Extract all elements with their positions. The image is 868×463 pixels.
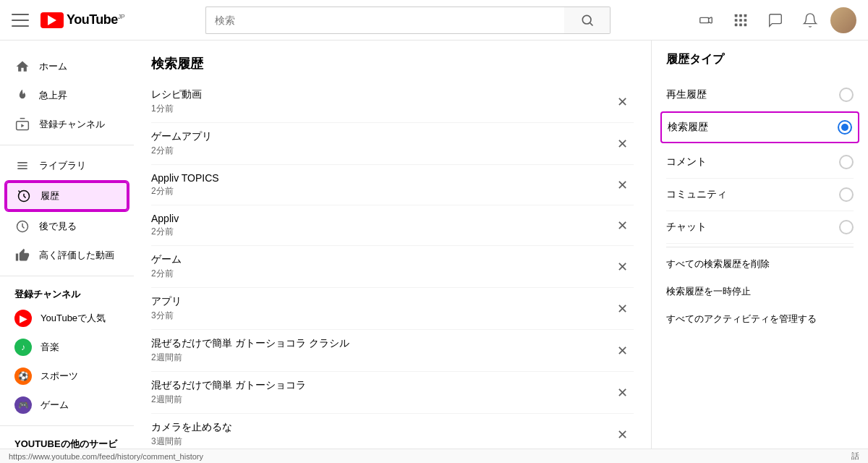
svg-rect-10 (744, 23, 747, 26)
radio-options-list: 再生履歴 検索履歴 コメント コミュニティ チャット (666, 79, 854, 244)
radio-option-comment[interactable]: コメント (666, 146, 854, 179)
history-item-time: 3週間前 (151, 436, 232, 448)
sidebar-item-subscriptions[interactable]: 登録チャンネル (0, 110, 134, 139)
history-item-close-button[interactable]: ✕ (610, 423, 634, 446)
clock-icon (14, 218, 30, 234)
radio-option-watch[interactable]: 再生履歴 (666, 79, 854, 111)
history-item-close-button[interactable]: ✕ (610, 214, 634, 237)
section-title: 検索履歴 (151, 41, 634, 81)
history-item: レシピ動画 1分前 ✕ (151, 81, 634, 123)
sports-icon: ⚽ (14, 368, 32, 385)
header-right (692, 6, 856, 35)
thumbs-up-icon (14, 247, 30, 263)
sidebar-item-watchlater[interactable]: 後で見る (0, 212, 134, 241)
history-item: ゲーム 2分前 ✕ (151, 246, 634, 288)
history-item-close-button[interactable]: ✕ (610, 132, 634, 156)
sidebar-item-trending[interactable]: 急上昇 (0, 81, 134, 110)
svg-rect-9 (739, 23, 742, 26)
history-item: 混ぜるだけで簡単 ガトーショコラ 2週間前 ✕ (151, 372, 634, 414)
logo[interactable]: YouTubeJP (41, 12, 124, 28)
sidebar-item-youtube-popular[interactable]: ▶ YouTubeで人気 (0, 304, 134, 333)
home-icon (14, 59, 30, 75)
radio-label-community: コミュニティ (666, 188, 727, 201)
sidebar-item-sports[interactable]: ⚽ スポーツ (0, 362, 134, 391)
chat-icon[interactable] (761, 6, 790, 35)
video-camera-icon[interactable] (692, 6, 720, 35)
history-item-time: 2分前 (151, 268, 182, 280)
radio-label-watch: 再生履歴 (666, 88, 707, 101)
sidebar-item-music[interactable]: ♪ 音楽 (0, 333, 134, 362)
svg-point-0 (582, 15, 591, 24)
youtube-logo-icon (41, 12, 64, 28)
history-item-time: 1分前 (151, 103, 202, 115)
history-item-title: レシピ動画 (151, 88, 202, 101)
sidebar-label-sports: スポーツ (41, 370, 78, 383)
search-input[interactable] (205, 7, 564, 34)
history-item-title: Appliv TOPICS (151, 172, 219, 184)
avatar[interactable] (830, 7, 856, 33)
youtube-popular-icon: ▶ (14, 310, 32, 327)
sidebar-label-subscriptions: 登録チャンネル (39, 118, 105, 131)
radio-option-search[interactable]: 検索履歴 (660, 111, 859, 143)
history-item-title: ゲームアプリ (151, 130, 212, 143)
history-item-close-button[interactable]: ✕ (610, 339, 634, 362)
svg-rect-3 (739, 14, 742, 17)
history-item-title: Appliv (151, 213, 179, 224)
sidebar-label-history: 履歴 (41, 190, 59, 203)
header: YouTubeJP (0, 0, 868, 41)
panel-actions: すべての検索履歴を削除検索履歴を一時停止すべてのアクティビティを管理する (666, 250, 854, 333)
flame-icon (14, 88, 30, 103)
sidebar-item-history[interactable]: 履歴 (6, 182, 128, 211)
radio-option-community[interactable]: コミュニティ (666, 179, 854, 211)
history-item-close-button[interactable]: ✕ (610, 297, 634, 320)
history-item-time: 2週間前 (151, 394, 306, 406)
radio-label-chat: チャット (666, 221, 707, 234)
sidebar-item-library[interactable]: ライブラリ (0, 151, 134, 180)
history-item-title: アプリ (151, 295, 182, 308)
radio-circle-comment (839, 155, 854, 169)
sidebar-label-youtube-popular: YouTubeで人気 (41, 312, 106, 325)
sidebar-label-music: 音楽 (41, 341, 59, 354)
history-item-time: 2週間前 (151, 352, 349, 364)
sidebar-label-watchlater: 後で見る (39, 220, 77, 233)
history-item-close-button[interactable]: ✕ (610, 255, 634, 279)
panel-divider (666, 247, 854, 247)
radio-circle-watch (839, 88, 854, 102)
svg-rect-5 (735, 19, 738, 22)
right-panel: 履歴タイプ 再生履歴 検索履歴 コメント コミュニティ チャット すべての検索履… (651, 41, 868, 463)
history-item-title: 混ぜるだけで簡単 ガトーショコラ クラシル (151, 337, 349, 350)
bottom-text: 話 (851, 451, 859, 462)
sidebar-item-games[interactable]: 🎮 ゲーム (0, 391, 134, 420)
notification-icon[interactable] (796, 6, 825, 35)
radio-circle-chat (839, 220, 854, 234)
sidebar-label-liked: 高く評価した動画 (39, 249, 114, 262)
panel-action-pause[interactable]: 検索履歴を一時停止 (666, 278, 854, 305)
sidebar-section-main: ホーム 急上昇 登録チャンネル (0, 46, 134, 145)
library-icon (14, 158, 30, 174)
panel-action-delete-all[interactable]: すべての検索履歴を削除 (666, 250, 854, 278)
history-item-close-button[interactable]: ✕ (610, 90, 634, 114)
history-item-close-button[interactable]: ✕ (610, 381, 634, 404)
sidebar-label-library: ライブラリ (39, 159, 86, 172)
search-icon (580, 13, 595, 27)
music-icon: ♪ (14, 339, 32, 356)
radio-circle-search (838, 120, 852, 135)
hamburger-menu[interactable] (12, 12, 29, 29)
sidebar: ホーム 急上昇 登録チャンネル ライブラリ (0, 41, 134, 463)
search-bar (205, 7, 610, 34)
history-item-time: 3分前 (151, 310, 182, 322)
sidebar-item-liked[interactable]: 高く評価した動画 (0, 241, 134, 270)
radio-circle-community (839, 187, 854, 202)
history-item-time: 2分前 (151, 185, 219, 197)
radio-option-chat[interactable]: チャット (666, 211, 854, 244)
history-list: レシピ動画 1分前 ✕ ゲームアプリ 2分前 ✕ Appliv TOPICS 2… (151, 81, 634, 463)
radio-label-comment: コメント (666, 156, 707, 169)
history-item: Appliv 2分前 ✕ (151, 205, 634, 246)
history-icon (16, 188, 32, 204)
panel-action-manage[interactable]: すべてのアクティビティを管理する (666, 305, 854, 333)
search-button[interactable] (564, 7, 610, 34)
history-item-close-button[interactable]: ✕ (610, 174, 634, 197)
apps-grid-icon[interactable] (726, 6, 755, 35)
sidebar-item-home[interactable]: ホーム (0, 52, 134, 81)
subscriptions-icon (14, 116, 30, 132)
